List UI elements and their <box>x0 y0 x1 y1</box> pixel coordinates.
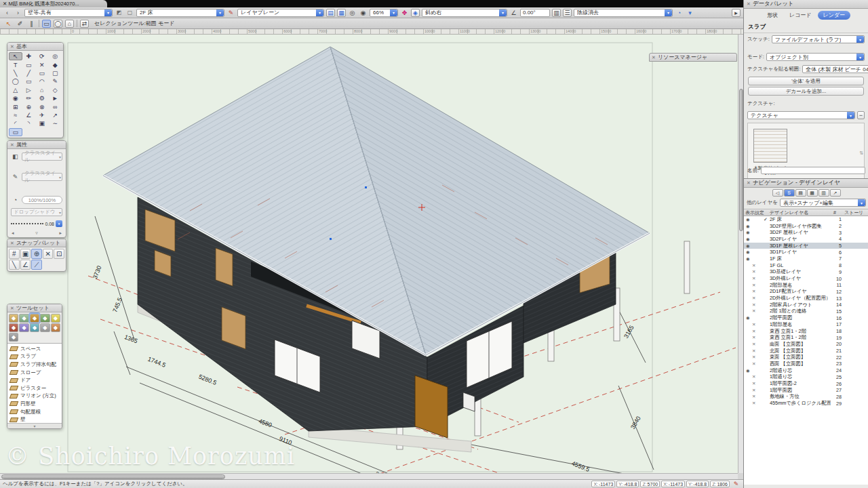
other-layers-dropdown[interactable]: 表示+スナップ+編集▾ <box>780 199 866 207</box>
visibility-hidden-icon[interactable]: ✕ <box>744 381 762 386</box>
data-palette-title-bar[interactable]: ✕ データパレット <box>744 0 868 9</box>
basic-tool-icon[interactable]: ∼ <box>49 119 62 127</box>
basic-tool-icon[interactable]: ◇ <box>49 86 62 94</box>
unlock-icon[interactable]: ▢ <box>125 9 134 17</box>
basic-tool-icon[interactable]: ⊞ <box>9 102 22 110</box>
fill-bucket-icon[interactable]: ◧ <box>11 152 20 161</box>
layer-row[interactable]: ◉3D2F壁用レイヤ作図集2 <box>744 223 868 230</box>
basic-tool-icon[interactable]: ✎ <box>49 77 62 85</box>
toolset-item[interactable]: 勾配屋根 <box>7 408 62 416</box>
add-decal-button[interactable]: デカールを追加... <box>748 87 864 96</box>
visibility-hidden-icon[interactable]: ✕ <box>744 348 762 354</box>
polygon-lasso-mode-icon[interactable]: ⌂ <box>65 20 74 28</box>
snap-tool-icon[interactable]: ⊕ <box>31 249 42 259</box>
close-icon[interactable]: ✕ <box>652 55 656 60</box>
texture-range-dropdown[interactable]: 全体 (木製 床材 ビーチ 04 RT)▾ <box>802 65 868 73</box>
layer-row[interactable]: ◉2階平面図16 <box>744 314 868 321</box>
visibility-eye-icon[interactable]: ◉ <box>744 315 762 321</box>
basic-tool-icon[interactable]: ◉ <box>9 94 22 102</box>
drawing-canvas[interactable]: 3730745.513651744.55280.5458091103185316… <box>0 35 738 473</box>
layer-row[interactable]: ◉1F 床7 <box>744 256 868 262</box>
visibility-hidden-icon[interactable]: ✕ <box>744 283 762 288</box>
layer-row[interactable]: ✕1F GL8 <box>744 262 868 269</box>
class-dropdown[interactable]: 壁等-共有▾ <box>24 9 113 17</box>
basic-tool-icon[interactable]: △ <box>9 86 22 94</box>
basic-tool-icon[interactable]: ► <box>49 94 62 102</box>
visibility-hidden-icon[interactable]: ✕ <box>744 388 762 393</box>
cursor-variant-icon[interactable]: ↖ <box>4 20 13 28</box>
basic-tool-icon[interactable]: ◎ <box>49 52 62 60</box>
toolset-scroll-down-icon[interactable]: ▾ <box>7 423 62 428</box>
basic-tool-icon[interactable]: ⌂ <box>35 86 49 94</box>
rotation-angle-field[interactable]: 0.00° <box>520 9 550 17</box>
tab-close-icon[interactable]: ✕ <box>3 1 7 7</box>
toolset-item[interactable]: 円形壁 <box>7 400 62 408</box>
visibility-eye-icon[interactable]: ◉ <box>744 249 762 255</box>
snap-tool-icon[interactable]: ▣ <box>20 249 31 259</box>
basic-tool-icon[interactable]: ✈ <box>35 111 49 119</box>
visibility-hidden-icon[interactable]: ✕ <box>744 263 762 268</box>
attr-prev-icon[interactable]: ◂ <box>12 230 14 236</box>
basic-tool-icon[interactable]: ↗ <box>49 111 62 119</box>
visibility-hidden-icon[interactable]: ✕ <box>744 296 762 301</box>
name-input[interactable] <box>761 167 865 174</box>
basic-tool-icon[interactable]: ◝ <box>22 119 36 127</box>
navigation-title-bar[interactable]: ✕ ナビゲーション - デザインレイヤ <box>744 179 868 188</box>
layer-row[interactable]: ◉3D1Fレイヤ6 <box>744 249 868 256</box>
basic-tool-icon[interactable]: ∞ <box>49 102 62 110</box>
basic-tool-icon[interactable]: ∠ <box>22 111 36 119</box>
snap-tool-icon[interactable]: ⟋ <box>31 260 42 270</box>
layer-row[interactable]: ✕南面 【立面図】20 <box>744 341 868 348</box>
horizontal-scrollbar[interactable] <box>0 473 738 479</box>
texture-thumbnail[interactable] <box>753 129 787 163</box>
layer-row[interactable]: ✕敷地線・方位28 <box>744 394 868 401</box>
layer-row[interactable]: ◉3D2Fレイヤ4 <box>744 236 868 243</box>
navigation-mode-icon[interactable]: ▦ <box>807 189 818 197</box>
visibility-hidden-icon[interactable]: ✕ <box>744 289 762 294</box>
mode-dropdown[interactable]: オブジェクト別▾ <box>766 53 865 61</box>
toolset-item[interactable]: マリオン (方立) <box>7 392 62 401</box>
layer-row[interactable]: ✕2階家具レイアウト14 <box>744 302 868 308</box>
record-icon[interactable]: ✎ <box>732 480 741 488</box>
coordinate-field[interactable]: Y:-418.8 <box>686 481 709 487</box>
sketch-dropdown[interactable]: ファイルデフォルト (ラフ)▾ <box>772 35 865 43</box>
toolset-category-icon[interactable]: ◆ <box>19 314 28 323</box>
data-palette-tab[interactable]: レンダー <box>818 11 851 20</box>
forward-arrow-icon[interactable]: › <box>14 9 22 17</box>
basic-tool-icon[interactable]: ⟳ <box>35 52 49 60</box>
visibility-eye-icon[interactable]: ◉ <box>744 217 762 222</box>
texture-dropdown[interactable]: テクスチャ▾ <box>747 111 855 119</box>
toolset-item[interactable]: スペース <box>7 345 62 353</box>
drop-shadow-dropdown[interactable]: ドロップシャドウ▾ <box>11 208 62 216</box>
layer-row[interactable]: ✕2D外構レイヤ（配置図用）…13 <box>744 295 868 302</box>
texture-scroll-icon[interactable]: ⇅ <box>859 150 863 156</box>
navigation-mode-icon[interactable]: ◁ <box>772 189 783 197</box>
toolset-category-icon[interactable]: ◆ <box>51 314 60 323</box>
visibility-hidden-icon[interactable]: ✕ <box>744 401 762 406</box>
basic-tool-icon[interactable]: ⊕ <box>22 102 36 110</box>
visibility-eye-icon[interactable]: ◉ <box>744 224 762 229</box>
snap-tool-icon[interactable]: # <box>9 249 20 259</box>
toolset-item[interactable]: ドア <box>7 376 62 384</box>
layer-row[interactable]: ✕北面 【立面図】21 <box>744 348 868 354</box>
basic-tool-icon[interactable]: ✏ <box>22 94 36 102</box>
basic-tool-icon[interactable]: ▭ <box>22 77 36 85</box>
pen-cursor-icon[interactable]: ✐ <box>16 20 24 28</box>
navigation-mode-icon[interactable]: S <box>784 189 795 197</box>
visibility-hidden-icon[interactable]: ✕ <box>744 269 762 274</box>
visibility-eye-icon[interactable]: ◉ <box>744 368 762 373</box>
layer-row[interactable]: ✕455mmで歩くロジクル配置…29 <box>744 400 868 407</box>
layer-row[interactable]: ✕西面 【立面図】23 <box>744 361 868 367</box>
basic-tool-icon[interactable]: ⊗ <box>35 102 49 110</box>
visibility-hidden-icon[interactable]: ✕ <box>744 302 762 308</box>
basic-tool-icon[interactable]: T <box>9 60 22 68</box>
basic-tool-icon[interactable]: ≈ <box>9 111 22 119</box>
toolset-item[interactable]: ピラスター <box>7 384 62 392</box>
screen-plane-mode-icon[interactable]: ☰ <box>563 9 572 17</box>
fill-style-dropdown[interactable]: クラススタイル▾ <box>22 152 62 161</box>
layer-dropdown[interactable]: 2F 床▾ <box>136 9 224 17</box>
layer-row[interactable]: ✕2D1F配置レイヤ12 <box>744 289 868 296</box>
visibility-eye-icon[interactable]: ◉ <box>744 243 762 249</box>
close-icon[interactable]: ✕ <box>10 44 14 49</box>
toolset-category-icon[interactable]: ◆ <box>40 314 50 323</box>
